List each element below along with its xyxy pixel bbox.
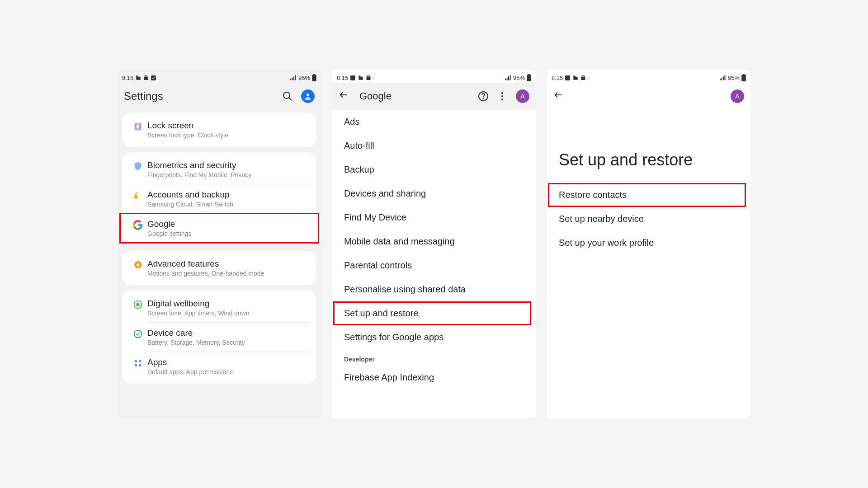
- item-mobile-data[interactable]: Mobile data and messaging: [332, 230, 536, 253]
- row-apps[interactable]: AppsDefault apps, App permissions: [122, 352, 316, 381]
- row-advanced[interactable]: Advanced featuresMotions and gestures, O…: [122, 253, 316, 282]
- item-personalise[interactable]: Personalise using shared data: [332, 277, 536, 301]
- svg-point-15: [137, 263, 139, 266]
- battery-icon: [527, 74, 531, 81]
- svg-rect-39: [723, 76, 724, 80]
- item-find-device[interactable]: Find My Device: [332, 206, 536, 230]
- svg-point-21: [135, 364, 137, 367]
- svg-line-8: [289, 98, 292, 100]
- bag-icon: [143, 75, 149, 81]
- check-box-icon: [151, 75, 156, 81]
- svg-rect-23: [350, 75, 355, 80]
- svg-rect-24: [505, 79, 506, 80]
- page-title: Google: [359, 90, 478, 102]
- overflow-menu-button[interactable]: [497, 91, 508, 102]
- folder-icon: [572, 75, 579, 81]
- item-parental[interactable]: Parental controls: [332, 253, 536, 277]
- item-google-apps-settings[interactable]: Settings for Google apps: [332, 325, 536, 349]
- svg-rect-4: [295, 75, 296, 80]
- svg-point-7: [283, 92, 290, 99]
- item-autofill[interactable]: Auto-fill: [332, 134, 536, 158]
- image-icon: [565, 75, 571, 81]
- svg-rect-40: [724, 75, 725, 80]
- card-security: Biometrics and securityFingerprints, Fin…: [122, 152, 316, 245]
- device-care-icon: [133, 329, 143, 339]
- profile-avatar[interactable]: [301, 89, 315, 103]
- signal-icon: [290, 75, 297, 80]
- screen-setup-restore: 8:15 · 95% A Set up and restore Restore …: [547, 70, 750, 418]
- item-ads[interactable]: Ads: [332, 110, 536, 134]
- screen-google: 8:15 · 95% Google: [332, 70, 536, 418]
- battery-percent: 95%: [298, 75, 310, 81]
- svg-rect-29: [527, 75, 531, 81]
- svg-point-35: [501, 99, 503, 100]
- svg-rect-6: [312, 75, 316, 81]
- svg-point-17: [137, 303, 139, 306]
- status-time: 8:15: [552, 75, 563, 81]
- item-work-profile[interactable]: Set up your work profile: [547, 231, 750, 255]
- signal-icon: [720, 75, 726, 80]
- battery-percent: 95%: [728, 75, 740, 81]
- folder-icon: [135, 75, 142, 81]
- page-title: Set up and restore: [547, 110, 750, 183]
- row-biometrics[interactable]: Biometrics and securityFingerprints, Fin…: [122, 155, 316, 184]
- row-title: Lock screen: [147, 121, 310, 131]
- status-bar: 8:15 · 95%: [332, 70, 536, 83]
- svg-rect-11: [137, 125, 139, 128]
- svg-point-32: [483, 99, 484, 99]
- google-icon: [133, 220, 143, 230]
- svg-point-19: [135, 360, 137, 363]
- gear-plus-icon: [133, 260, 143, 270]
- svg-rect-1: [290, 79, 291, 80]
- svg-rect-42: [741, 75, 746, 81]
- profile-avatar[interactable]: A: [731, 89, 744, 103]
- svg-rect-2: [292, 78, 292, 80]
- image-icon: [350, 75, 356, 81]
- back-button[interactable]: [553, 90, 563, 103]
- row-accounts[interactable]: Accounts and backupSamsung Cloud, Smart …: [122, 184, 316, 213]
- screen-settings: 8:15 95% Settings: [118, 70, 321, 418]
- status-time: 8:15: [337, 75, 348, 81]
- item-backup[interactable]: Backup: [332, 158, 536, 182]
- item-firebase[interactable]: Firebase App Indexing: [332, 366, 536, 389]
- google-settings-list: Ads Auto-fill Backup Devices and sharing…: [332, 110, 536, 394]
- key-icon: [133, 191, 143, 201]
- card-advanced: Advanced featuresMotions and gestures, O…: [122, 251, 316, 285]
- row-google[interactable]: GoogleGoogle settings: [122, 214, 316, 243]
- item-setup-nearby[interactable]: Set up nearby device: [547, 207, 750, 231]
- svg-rect-3: [293, 76, 294, 80]
- signal-icon: [505, 75, 511, 80]
- svg-rect-27: [509, 75, 510, 80]
- row-sub: Screen lock type, Clock style: [147, 131, 310, 139]
- svg-rect-38: [721, 78, 722, 80]
- svg-point-33: [501, 92, 503, 94]
- restore-list: Restore contacts Set up nearby device Se…: [547, 183, 750, 259]
- svg-rect-5: [313, 74, 316, 75]
- item-devices-sharing[interactable]: Devices and sharing: [332, 182, 536, 206]
- svg-rect-37: [720, 79, 721, 80]
- row-lock-screen[interactable]: Lock screenScreen lock type, Clock style: [122, 115, 316, 144]
- profile-avatar[interactable]: A: [516, 89, 529, 103]
- battery-icon: [312, 74, 316, 81]
- battery-icon: [741, 74, 746, 81]
- status-bar: 8:15 · 95%: [547, 70, 750, 83]
- settings-list: Lock screenScreen lock type, Clock style…: [118, 110, 321, 384]
- svg-point-20: [139, 360, 142, 363]
- apps-icon: [133, 358, 143, 368]
- help-button[interactable]: [478, 91, 489, 102]
- svg-rect-26: [508, 76, 509, 80]
- svg-point-9: [307, 94, 309, 96]
- section-developer: Developer: [332, 349, 536, 366]
- svg-rect-41: [743, 74, 745, 75]
- item-restore-contacts[interactable]: Restore contacts: [547, 183, 750, 207]
- row-device-care[interactable]: Device careBattery, Storage, Memory, Sec…: [122, 323, 316, 352]
- bag-icon: [580, 75, 586, 81]
- item-setup-restore[interactable]: Set up and restore: [332, 301, 536, 325]
- folder-icon: [358, 75, 364, 81]
- card-system: Digital wellbeingScreen time, App timers…: [122, 291, 316, 384]
- lock-icon: [133, 122, 143, 131]
- svg-point-22: [139, 364, 142, 367]
- back-button[interactable]: [339, 90, 349, 103]
- search-button[interactable]: [282, 91, 293, 102]
- row-wellbeing[interactable]: Digital wellbeingScreen time, App timers…: [122, 293, 316, 322]
